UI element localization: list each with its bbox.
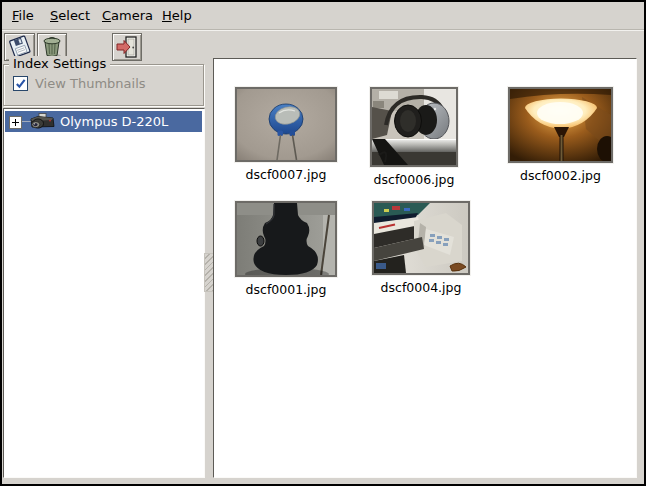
thumbnail-image-dscf0007[interactable] bbox=[235, 87, 337, 162]
exit-door-icon bbox=[115, 35, 139, 59]
view-thumbnails-checkbox[interactable] bbox=[13, 76, 28, 91]
camera-tree[interactable]: Olympus D-220L bbox=[3, 108, 205, 478]
thumbnail-image-dscf0004[interactable] bbox=[372, 201, 470, 275]
application-window: File Select Camera Help bbox=[0, 0, 646, 486]
thumbnail-item[interactable]: dscf0007.jpg bbox=[235, 87, 337, 182]
thumbnail-filename: dscf0001.jpg bbox=[246, 282, 327, 297]
checkmark-icon bbox=[15, 78, 26, 89]
camera-tree-label: Olympus D-220L bbox=[60, 111, 168, 132]
thumbnail-item[interactable]: dscf0002.jpg bbox=[508, 87, 613, 183]
thumbnail-filename: dscf0002.jpg bbox=[520, 168, 601, 183]
menu-help[interactable]: Help bbox=[157, 5, 197, 27]
tree-expander-plus-icon[interactable] bbox=[9, 116, 22, 129]
thumbnail-filename: dscf0007.jpg bbox=[246, 167, 327, 182]
thumbnail-item[interactable]: dscf0006.jpg bbox=[370, 87, 458, 187]
thumbnail-filename: dscf0004.jpg bbox=[381, 280, 462, 295]
menu-select[interactable]: Select bbox=[45, 5, 95, 27]
index-settings-title: Index Settings bbox=[9, 56, 110, 72]
thumbnail-image-dscf0006[interactable] bbox=[370, 87, 458, 167]
camera-icon bbox=[29, 113, 55, 134]
menubar: File Select Camera Help bbox=[2, 2, 644, 30]
thumbnail-item[interactable]: dscf0001.jpg bbox=[235, 201, 337, 297]
exit-button[interactable] bbox=[112, 33, 142, 61]
index-settings-frame: Index Settings View Thumbnails bbox=[3, 64, 204, 106]
menu-file[interactable]: File bbox=[7, 5, 39, 27]
view-thumbnails-option[interactable]: View Thumbnails bbox=[13, 76, 146, 91]
thumbnail-item[interactable]: dscf0004.jpg bbox=[372, 201, 470, 295]
camera-tree-row-olympus[interactable]: Olympus D-220L bbox=[5, 111, 202, 132]
view-thumbnails-label: View Thumbnails bbox=[35, 76, 146, 91]
thumbnail-filename: dscf0006.jpg bbox=[374, 172, 455, 187]
thumbnail-image-dscf0002[interactable] bbox=[508, 87, 613, 163]
thumbnail-image-dscf0001[interactable] bbox=[235, 201, 337, 277]
thumbnail-panel[interactable]: dscf0007.jpg bbox=[213, 58, 637, 478]
menu-camera[interactable]: Camera bbox=[97, 5, 158, 27]
